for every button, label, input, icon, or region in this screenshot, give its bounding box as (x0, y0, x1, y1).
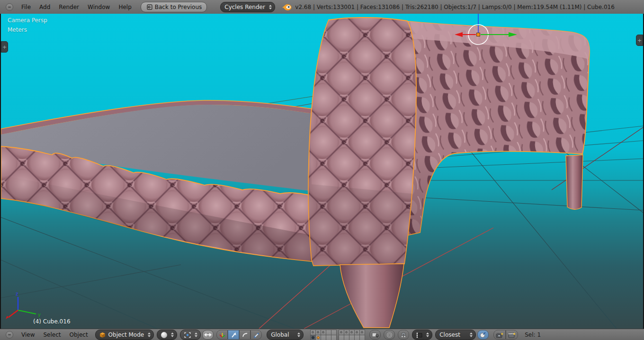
pivot-point-icon (184, 332, 191, 338)
interaction-mode-select[interactable]: Object Mode (95, 330, 154, 340)
layer-block (310, 330, 336, 340)
gizmo-z-label: z (16, 291, 18, 296)
clapperboard-icon (508, 332, 516, 338)
snap-target-select[interactable]: Closest (435, 330, 476, 340)
layer-content-dot (361, 331, 363, 333)
info-header: File Add Render Window Help Back to Prev… (0, 0, 644, 14)
lock-to-scene-button[interactable] (369, 330, 381, 340)
snap-element-select[interactable] (412, 330, 432, 340)
right-leg[interactable] (566, 155, 583, 209)
snap-peel-icon (480, 332, 486, 338)
collapse-menu-icon[interactable] (6, 331, 13, 339)
menu-object[interactable]: Object (65, 331, 92, 338)
solid-shading-sphere-icon (161, 332, 167, 338)
layer-cell[interactable] (331, 335, 337, 340)
chevron-up-down-icon (148, 332, 151, 337)
menu-select[interactable]: Select (39, 331, 65, 338)
transform-orientation-select[interactable]: Global (267, 330, 304, 340)
proportional-edit-button[interactable] (384, 330, 395, 340)
layer-content-dot (312, 331, 314, 333)
blender-logo-icon (282, 3, 292, 11)
rotate-manipulator-button[interactable] (239, 330, 250, 340)
viewport-header: View Select Object Object Mode (0, 329, 644, 340)
chevron-up-down-icon (470, 332, 473, 337)
object-origin-dot (477, 33, 480, 36)
proportional-circle-icon (386, 332, 393, 338)
rotate-arc-icon (242, 332, 248, 338)
camera-render-icon (496, 332, 503, 338)
back-arrow-icon (146, 4, 152, 10)
manipulator-toggle-button[interactable] (202, 330, 214, 340)
collapse-menu-icon[interactable] (6, 3, 13, 11)
move-arrows-icon (204, 332, 212, 337)
chevron-up-down-icon (426, 332, 429, 337)
snap-vertex-cube-icon (416, 332, 422, 338)
3d-viewport[interactable]: z y Camera Persp Meters (4) Cube.016 + + (0, 14, 644, 329)
pivot-point-select[interactable] (180, 330, 201, 340)
chevron-up-down-icon (297, 332, 300, 337)
menu-render[interactable]: Render (54, 4, 83, 10)
gizmo-y-label: y (38, 312, 41, 317)
chevron-up-down-icon (269, 5, 272, 9)
layer-content-dot (317, 331, 319, 333)
snap-toggle-button[interactable] (398, 330, 409, 340)
chevron-up-down-icon (195, 332, 197, 337)
opengl-render-button[interactable] (493, 330, 506, 340)
scale-manipulator-button[interactable] (250, 330, 262, 340)
tool-shelf-expand-tab[interactable]: + (1, 41, 8, 53)
magnet-icon (400, 332, 407, 338)
lock-icon (372, 332, 379, 338)
active-object-layer-dot (317, 336, 320, 339)
translate-manipulator-button[interactable] (228, 330, 239, 340)
selection-count: Sel: 1 (525, 331, 541, 338)
layer-content-dot (340, 331, 342, 333)
menu-help[interactable]: Help (114, 4, 135, 10)
viewport-shading-select[interactable] (157, 330, 177, 340)
layer-content-dot (312, 336, 314, 339)
menu-view[interactable]: View (17, 331, 39, 338)
scene-statistics: v2.68 | Verts:133001 | Faces:131086 | Tr… (295, 4, 615, 10)
menu-window[interactable]: Window (83, 4, 114, 10)
viewport-scene: z y (1, 14, 643, 329)
render-engine-select[interactable]: Cycles Render (220, 2, 275, 12)
object-mode-cube-icon (99, 332, 106, 338)
snap-peel-object-button[interactable] (477, 330, 489, 340)
manipulator-axes-button[interactable] (216, 330, 228, 340)
menu-add[interactable]: Add (35, 4, 54, 10)
corner-post[interactable] (308, 18, 416, 266)
layer-content-dot (345, 331, 348, 333)
layer-block (339, 330, 365, 340)
back-to-previous-button[interactable]: Back to Previous (141, 2, 207, 12)
translate-arrow-icon (231, 332, 237, 338)
layer-content-dot (356, 331, 358, 333)
layers-widget[interactable] (310, 330, 365, 340)
manipulator-type-group (216, 330, 262, 340)
axes-icon (219, 332, 225, 338)
layer-cell[interactable] (359, 335, 365, 340)
chevron-up-down-icon (171, 332, 174, 337)
menu-file[interactable]: File (17, 4, 35, 10)
layer-content-dot (322, 331, 324, 333)
scale-arrow-icon (253, 332, 259, 338)
opengl-render-animation-button[interactable] (506, 330, 518, 340)
properties-expand-tab[interactable]: + (636, 35, 643, 46)
layer-content-dot (350, 331, 353, 333)
